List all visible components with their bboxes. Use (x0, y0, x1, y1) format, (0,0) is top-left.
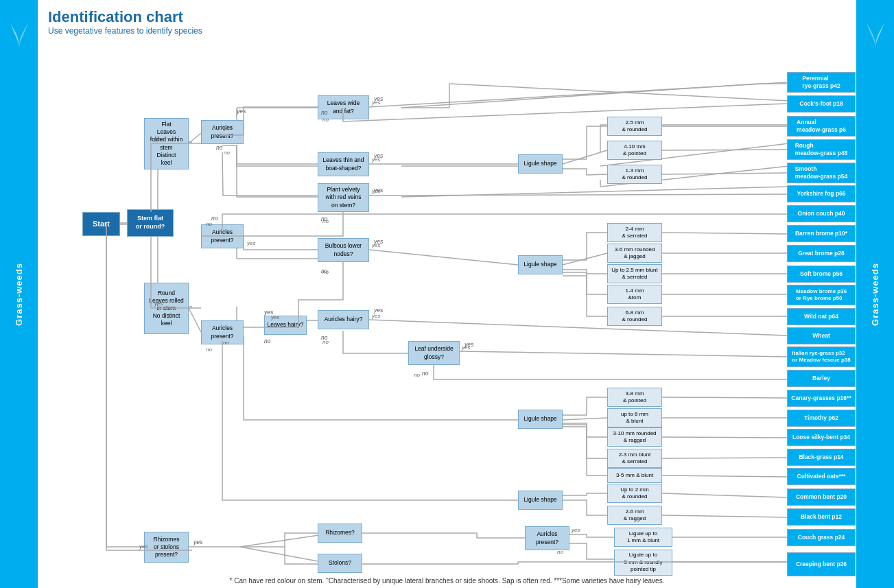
l4a-label: Up to 2 mm & rounded (620, 486, 648, 501)
l2e-label: 6-8 mm & rounded (622, 309, 648, 324)
l2c-label: Up to 2.5 mm blunt & serrated (611, 267, 658, 281)
l1c-label: 1-3 mm & rounded (622, 167, 648, 182)
result-soft-label: Soft brome p56 (800, 270, 843, 278)
svg-line-30 (449, 84, 789, 101)
result-cocksfoot: Cock's-foot p18 (787, 95, 856, 113)
plant-velvety-box: Plant velvety with red veins on stem? (318, 183, 369, 212)
ligule4-label: Ligule shape (524, 496, 556, 504)
footer-note-text: * Can have red colour on stem. "Characte… (230, 577, 665, 585)
result-cocksfoot-label: Cock's-foot p18 (799, 100, 843, 108)
leaves-thin-box: Leaves thin and boat-shaped? (318, 152, 369, 176)
l3c-label: 3-10 mm rounded & ragged (613, 430, 656, 445)
ligule4d-box: Ligule up to 5 mm & roundly pointed tip (614, 550, 672, 576)
svg-text:yes: yes (246, 240, 255, 246)
right-banner: Grass-weeds (856, 0, 894, 588)
result-wild-oat: Wild oat p64 (787, 308, 856, 325)
result-barren-label: Barren brome p10* (795, 230, 847, 237)
svg-text:yes: yes (371, 313, 380, 319)
no-label-bulbous: no (321, 268, 327, 274)
result-black-grass: Black-grass p14 (787, 449, 856, 466)
ligule4-box: Ligule shape (518, 491, 563, 510)
svg-text:yes: yes (571, 527, 580, 533)
rhizomes-stolons-box: Rhizomes or stolons present? (144, 532, 189, 563)
leaves-hairy-label: Leaves hairy? (268, 321, 304, 329)
ligule3d-box: 2-3 mm blunt & serrated (607, 449, 662, 468)
rhizomes-box: Rhizomes? (318, 524, 362, 543)
yes-label-bulbous: yes (374, 238, 383, 245)
auricles3-box: Auricles present? (201, 320, 244, 344)
ligule2c-box: Up to 2.5 mm blunt & serrated (607, 264, 662, 283)
l2b-label: 3-6 mm rounded & jagged (615, 246, 655, 261)
stem-question-box: Stem flat or round? (127, 209, 174, 237)
l2d-label: 1-4 mm &torn (625, 287, 644, 302)
l3e-label: 3-5 mm & blunt (616, 472, 653, 479)
result-rough-label: Rough meadow-grass p48 (795, 142, 848, 157)
result-canary: Canary-grasses p16** (787, 390, 856, 407)
svg-line-11 (401, 84, 758, 108)
result-creeping-label: Creeping bent p26 (796, 561, 847, 568)
result-great-brome: Great brome p28 (787, 245, 856, 262)
no-label-a2: no (211, 215, 217, 222)
result-wildoat-label: Wild oat p64 (804, 313, 838, 320)
result-meadow-label: Meadow brome p36 or Rye brome p50 (796, 288, 847, 303)
result-barley: Barley (787, 370, 856, 387)
result-blackgrass-label: Black-grass p14 (799, 454, 843, 461)
flat-box: Flat Leaves folded within stem Distinct … (144, 118, 189, 169)
rhizomes-stolons-label: Rhizomes or stolons present? (154, 536, 180, 558)
result-italian-rye: Italian rye-grass p32 or Meadow fescue p… (787, 346, 856, 367)
ligule3a-box: 3-8 mm & pointed (607, 388, 662, 407)
yes-label-gloss: yes (464, 341, 473, 348)
auricles3-label: Auricles present? (211, 325, 233, 340)
auricles-hairy-label: Auricles hairy? (325, 316, 363, 323)
start-label: Start (93, 219, 110, 228)
result-meadow-brome: Meadow brome p36 or Rye brome p50 (787, 285, 856, 305)
no-label-hairy: no (264, 338, 270, 344)
result-annual-label: Annual meadow-grass p6 (797, 119, 846, 134)
yes-label-a1: yes (237, 108, 246, 115)
svg-line-62 (662, 397, 787, 398)
leaves-thin-label: Leaves thin and boat-shaped? (322, 156, 364, 172)
result-cultivated-label: Cultivated oats*** (797, 473, 846, 480)
ligule2b-box: 3-6 mm rounded & jagged (607, 244, 662, 263)
ligule2-label: Ligule shape (524, 261, 556, 268)
result-barren-brome: Barren brome p10* (787, 225, 856, 242)
result-blackbent-label: Black bent p12 (801, 513, 842, 521)
footer-note: * Can have red colour on stem. "Characte… (106, 577, 788, 585)
ligule4b-box: 2-6 mm & ragged (607, 506, 662, 525)
no-label-wide: no (321, 109, 327, 116)
ligule3b-box: up to 6 mm & blunt (607, 408, 662, 427)
l1a-label: 2-5 mm & rounded (622, 119, 648, 134)
auricles-hairy-box: Auricles hairy? (318, 310, 369, 329)
result-common-bent: Common bent p20 (787, 489, 856, 506)
ligule1-label: Ligule shape (524, 160, 556, 167)
l4b-label: 2-6 mm & ragged (624, 508, 646, 523)
l1b-label: 4-10 mm & pointed (623, 143, 646, 158)
right-banner-text: Grass-weeds (870, 263, 880, 326)
leaves-wide-label: Leaves wide and fat? (327, 99, 360, 115)
svg-line-21 (401, 187, 789, 197)
page-subtitle: Use vegetative features to identify spec… (48, 26, 846, 36)
yes-label-hairy: yes (264, 309, 273, 316)
l4d-label: Ligule up to 5 mm & roundly pointed tip (624, 552, 662, 573)
svg-text:no: no (224, 150, 230, 156)
auricles4-label: Auricles present? (536, 530, 558, 545)
ligule2e-box: 6-8 mm & rounded (607, 307, 662, 326)
left-banner: Grass-weeds (0, 0, 38, 588)
result-loose-silky: Loose silky-bent p34 (787, 429, 856, 446)
left-banner-text: Grass-weeds (14, 263, 24, 326)
page-title: Identification chart (48, 8, 846, 26)
ligule3-label: Ligule shape (524, 415, 556, 423)
page-container: Grass-weeds Grass-weeds Identification c… (0, 0, 894, 588)
result-wheat-label: Wheat (812, 332, 830, 340)
svg-text:no: no (206, 346, 212, 353)
auricles1-box: Auricles present? (201, 120, 244, 144)
result-creeping-bent: Creeping bent p26 (787, 552, 856, 576)
yes-label-rhizomes: yes (193, 539, 202, 545)
svg-line-68 (662, 493, 787, 497)
ligule1c-box: 1-3 mm & rounded (607, 165, 662, 184)
svg-line-64 (662, 437, 787, 438)
result-perennial: Perennial rye-grass p42 (787, 72, 856, 93)
auricles4-box: Auricles present? (525, 526, 569, 550)
result-soft-brome: Soft brome p56 (787, 266, 856, 283)
svg-line-66 (662, 475, 787, 477)
